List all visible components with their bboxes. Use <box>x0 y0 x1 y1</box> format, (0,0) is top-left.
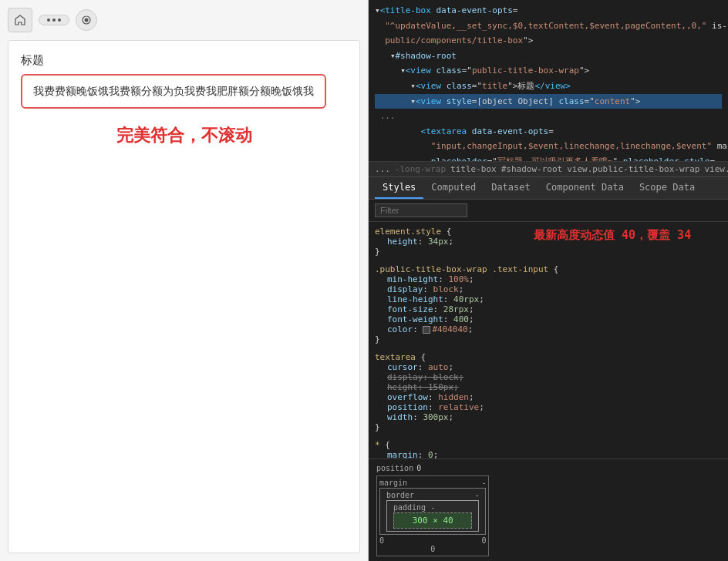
dom-tree: ▾<title-box data-event-opts= "^updateVal… <box>369 0 728 162</box>
border-box: padding - 300 × 40 <box>386 500 479 532</box>
css-close-brace-2: } <box>375 334 722 344</box>
annotation-text: 完美符合，不滚动 <box>21 124 347 147</box>
dom-line: public/components/title-box"> <box>375 33 722 49</box>
css-prop-overflow: overflow: hidden; <box>375 392 722 402</box>
top-bar <box>8 8 360 32</box>
dom-line: <textarea data-event-opts= <box>375 124 722 139</box>
filter-bar <box>369 200 728 222</box>
position-val: 0 <box>416 464 421 472</box>
tab-styles[interactable]: Styles <box>375 177 423 199</box>
right-val: 0 <box>481 536 486 545</box>
css-selector-3: textarea { <box>375 352 722 362</box>
css-prop-height-strike: height: 150px; <box>375 382 722 392</box>
dom-line: ▾<view class="title">标题</view> <box>375 79 722 94</box>
bottom-numbers: 0 0 <box>379 536 486 545</box>
margin-box: border - padding - 300 × 40 <box>379 488 486 535</box>
breadcrumb-item[interactable]: title-box <box>450 164 497 174</box>
margin-label: margin - <box>379 479 486 487</box>
tab-dataset[interactable]: Dataset <box>484 177 538 199</box>
css-prop-margin: margin: 0; <box>375 450 722 459</box>
preview-box: 我费费额晚饭饿我费额分额为负我费我肥胖额分额晚饭饿我 <box>21 74 326 109</box>
breadcrumb-item[interactable]: ... <box>375 164 390 174</box>
css-close-brace-3: } <box>375 422 722 432</box>
padding-box: 300 × 40 <box>393 512 472 529</box>
css-prop-display: display: block; <box>375 284 722 294</box>
dom-line: ▾#shadow-root <box>375 49 722 64</box>
preview-title: 标题 <box>21 53 44 68</box>
left-val: 0 <box>379 536 384 545</box>
box-model-diagram: margin - border - padding - 300 × 40 0 <box>376 475 489 556</box>
dom-line: placeholder="写标题，可以吸引更多人看哦~" placeholder… <box>375 154 722 162</box>
preview-area: 标题 我费费额晚饭饿我费额分额为负我费我肥胖额分额晚饭饿我 完美符合，不滚动 <box>8 40 360 553</box>
devtools-tabs: Styles Computed Dataset Component Data S… <box>369 177 728 200</box>
tab-computed[interactable]: Computed <box>423 177 484 199</box>
css-block-element-style: element.style { 最新高度动态值 40，覆盖 34 height:… <box>375 227 722 257</box>
filter-input[interactable] <box>375 203 467 217</box>
breadcrumb-item[interactable]: view.public-title-box-wrap <box>567 164 699 174</box>
css-prop-font-size: font-size: 28rpx; <box>375 304 722 314</box>
preview-content: 我费费额晚饭饿我费额分额为负我费我肥胖额分额晚饭饿我 <box>33 85 314 97</box>
left-panel: 标题 我费费额晚饭饿我费额分额为负我费我肥胖额分额晚饭饿我 完美符合，不滚动 <box>0 0 369 561</box>
css-block-text-input: .public-title-box-wrap .text-input { min… <box>375 264 722 344</box>
height-annotation: 最新高度动态值 40，覆盖 34 <box>529 227 722 244</box>
css-selector-2: .public-title-box-wrap .text-input { <box>375 264 722 274</box>
dom-line: ▾<view class="public-title-box-wrap"> <box>375 63 722 79</box>
tab-component-data[interactable]: Component Data <box>538 177 632 199</box>
dom-line-selected: ▾<view style=[object Object] class="cont… <box>375 94 722 109</box>
css-prop-width: width: 300px; <box>375 412 722 422</box>
record-button[interactable] <box>76 9 97 31</box>
css-block-textarea: textarea { cursor: auto; display: block;… <box>375 352 722 432</box>
css-prop-cursor: cursor: auto; <box>375 362 722 372</box>
spacer <box>386 536 479 545</box>
dom-line: "input,changeInput,$event,linechange,lin… <box>375 139 722 154</box>
breadcrumb: ... -long-wrap title-box #shadow-root vi… <box>369 162 728 177</box>
more-button[interactable] <box>39 15 69 25</box>
css-selector: element.style { 最新高度动态值 40，覆盖 34 <box>375 227 722 237</box>
dom-line: ... <box>375 109 722 124</box>
css-prop-color: color: #404040; <box>375 324 722 334</box>
breadcrumb-item[interactable]: view.content <box>704 164 728 174</box>
right-panel: ▾<title-box data-event-opts= "^updateVal… <box>369 0 728 561</box>
svg-point-1 <box>85 18 89 22</box>
home-button[interactable] <box>8 8 32 32</box>
dom-line: ▾<title-box data-event-opts= <box>375 3 722 18</box>
border-label: border - <box>386 491 479 499</box>
position-label: position <box>376 464 413 472</box>
styles-area: element.style { 最新高度动态值 40，覆盖 34 height:… <box>369 222 728 459</box>
css-prop-min-height: min-height: 100%; <box>375 274 722 284</box>
padding-label: padding - <box>393 503 472 512</box>
css-prop-font-weight: font-weight: 400; <box>375 314 722 324</box>
dom-line: "^updateValue,__set_sync,$0,textContent,… <box>375 18 722 34</box>
tab-scope-data[interactable]: Scope Data <box>632 177 703 199</box>
position-row: position 0 <box>376 464 720 472</box>
box-model-area: position 0 margin - border - padding - 3… <box>369 459 728 561</box>
css-prop-display-strike: display: block; <box>375 372 722 382</box>
css-close-brace: } <box>375 247 722 257</box>
css-selector-4: * { <box>375 440 722 450</box>
css-block-star: * { margin: 0; } <box>375 440 722 459</box>
css-prop-line-height: line-height: 40rpx; <box>375 294 722 304</box>
bottom-val: 0 <box>379 545 486 553</box>
breadcrumb-item[interactable]: #shadow-root <box>501 164 562 174</box>
css-prop-position: position: relative; <box>375 402 722 412</box>
content-size: 300 × 40 <box>413 516 453 526</box>
